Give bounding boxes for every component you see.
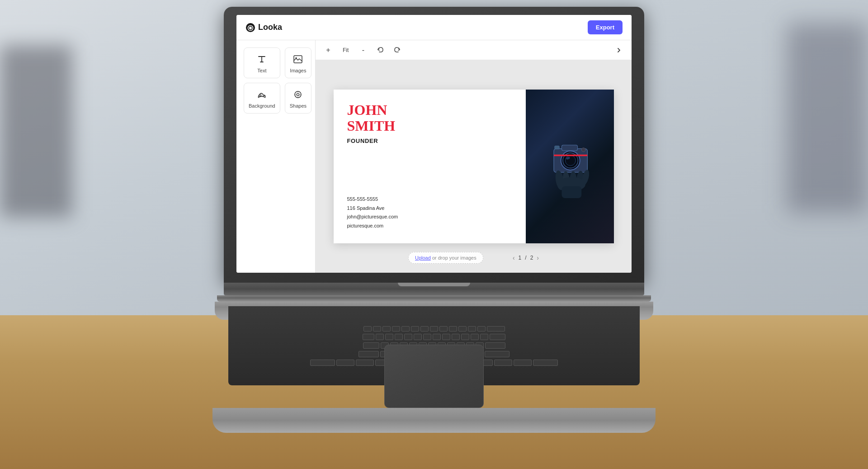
next-page-button[interactable]: › bbox=[537, 254, 539, 261]
laptop-base bbox=[224, 283, 644, 295]
redo-icon bbox=[394, 47, 401, 54]
sidebar-item-background[interactable]: Background bbox=[244, 83, 280, 114]
text-tool-label: Text bbox=[257, 68, 266, 73]
bg-blur-left bbox=[0, 45, 72, 217]
card-email: john@picturesque.com bbox=[347, 213, 512, 222]
app-logo-text: Looka bbox=[258, 23, 282, 32]
upload-area: Upload or drop your images ‹ 1 / 2 › bbox=[404, 252, 543, 264]
laptop-feet bbox=[212, 408, 656, 433]
canvas-expand-button[interactable] bbox=[613, 44, 625, 57]
canvas-toolbar: + Fit - bbox=[316, 40, 632, 60]
camera-illustration bbox=[538, 135, 601, 198]
looka-logo-icon bbox=[245, 23, 255, 33]
upload-hint: Upload or drop your images bbox=[408, 252, 483, 264]
upload-hint-suffix: or drop your images bbox=[431, 255, 476, 261]
svg-rect-15 bbox=[555, 146, 560, 149]
sidebar-item-shapes[interactable]: Shapes bbox=[285, 83, 311, 114]
shapes-tool-label: Shapes bbox=[290, 103, 307, 109]
sidebar: Text Images bbox=[236, 40, 316, 273]
card-right-panel bbox=[526, 90, 614, 243]
undo-icon bbox=[377, 47, 384, 54]
images-tool-label: Images bbox=[290, 68, 306, 73]
canvas-content: JOHN SMITH FOUNDER 555-555-5555 116 Spad… bbox=[316, 60, 632, 273]
page-separator: / bbox=[525, 255, 526, 261]
app-header: Looka Export bbox=[236, 15, 632, 40]
svg-rect-22 bbox=[562, 186, 582, 198]
redo-button[interactable] bbox=[391, 44, 404, 57]
svg-rect-8 bbox=[562, 145, 578, 151]
fit-button[interactable]: Fit bbox=[339, 45, 352, 55]
page-total: 2 bbox=[530, 255, 533, 261]
card-name-line2: SMITH bbox=[347, 118, 396, 134]
business-card[interactable]: JOHN SMITH FOUNDER 555-555-5555 116 Spad… bbox=[334, 90, 614, 243]
undo-button[interactable] bbox=[374, 44, 387, 57]
trackpad[interactable] bbox=[384, 345, 484, 408]
card-image bbox=[526, 90, 614, 243]
svg-point-1 bbox=[249, 27, 252, 29]
logo-area: Looka bbox=[245, 23, 282, 33]
laptop: Looka Export Text bbox=[224, 7, 644, 320]
background-tool-label: Background bbox=[249, 103, 275, 109]
svg-rect-13 bbox=[554, 155, 587, 156]
card-contact-info: 555-555-5555 116 Spadina Ave john@pictur… bbox=[347, 195, 512, 231]
app-main: Text Images bbox=[236, 40, 632, 273]
text-icon bbox=[257, 54, 267, 64]
export-button[interactable]: Export bbox=[588, 20, 623, 34]
card-name-line1: JOHN bbox=[347, 102, 387, 118]
prev-page-button[interactable]: ‹ bbox=[513, 254, 515, 261]
shapes-icon bbox=[293, 90, 303, 99]
laptop-screen: Looka Export Text bbox=[236, 15, 632, 273]
laptop-hinge bbox=[217, 295, 651, 302]
bg-blur-right bbox=[787, 23, 868, 213]
card-website: picturesque.com bbox=[347, 222, 512, 231]
background-icon bbox=[257, 90, 267, 99]
card-address: 116 Spadina Ave bbox=[347, 204, 512, 213]
sidebar-item-images[interactable]: Images bbox=[285, 47, 311, 78]
svg-point-11 bbox=[565, 156, 576, 166]
zoom-out-button[interactable]: - bbox=[357, 44, 369, 57]
zoom-in-button[interactable]: + bbox=[322, 44, 335, 57]
card-left-panel: JOHN SMITH FOUNDER 555-555-5555 116 Spad… bbox=[334, 90, 526, 243]
svg-point-3 bbox=[296, 57, 297, 59]
svg-point-14 bbox=[581, 148, 585, 152]
card-phone: 555-555-5555 bbox=[347, 195, 512, 204]
page-current: 1 bbox=[519, 255, 522, 261]
canvas-area: + Fit - bbox=[316, 40, 632, 273]
card-name: JOHN SMITH bbox=[347, 102, 512, 134]
card-job-title: FOUNDER bbox=[347, 137, 512, 144]
sidebar-item-text[interactable]: Text bbox=[244, 47, 280, 78]
pagination: ‹ 1 / 2 › bbox=[513, 254, 539, 261]
laptop-screen-bezel: Looka Export Text bbox=[224, 7, 644, 283]
upload-link[interactable]: Upload bbox=[415, 255, 431, 261]
app-ui: Looka Export Text bbox=[236, 15, 632, 273]
chevron-right-icon bbox=[616, 47, 622, 53]
svg-point-5 bbox=[295, 91, 301, 98]
images-icon bbox=[293, 54, 303, 64]
